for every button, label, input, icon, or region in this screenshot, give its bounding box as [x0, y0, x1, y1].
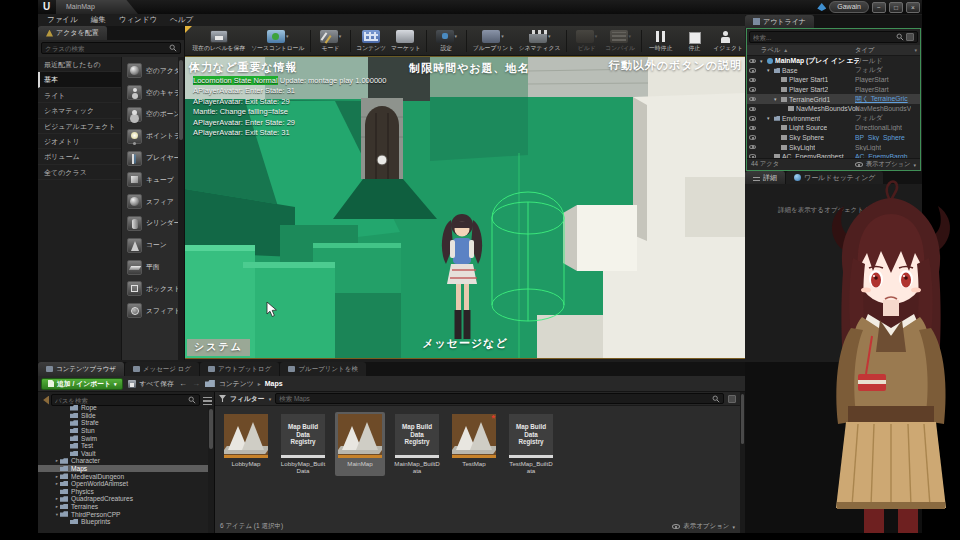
visibility-eye-icon[interactable]: [749, 107, 756, 112]
toolbar-button[interactable]: ▾ モード: [314, 29, 347, 53]
outliner-row-type[interactable]: PlayerStart: [855, 86, 889, 93]
class-search-input[interactable]: [45, 45, 167, 52]
back-button[interactable]: ←: [179, 379, 187, 389]
outliner-filter-icon[interactable]: [906, 33, 914, 41]
visibility-eye-icon[interactable]: [749, 78, 756, 83]
outliner-header[interactable]: ラベル▲ タイプ ▾: [747, 45, 920, 56]
place-actor-item[interactable]: プレイヤースタート: [122, 147, 184, 169]
dock-tab[interactable]: コンテンツブラウザ: [38, 362, 124, 376]
outliner-search-box[interactable]: [749, 31, 918, 43]
dropdown-arrow-icon[interactable]: ▾: [548, 33, 551, 39]
add-import-button[interactable]: 追加 / インポート▾: [41, 378, 123, 390]
expander-arrow-icon[interactable]: ▸: [54, 496, 60, 501]
folder-row[interactable]: Blueprints: [38, 518, 214, 526]
tab-place-actors[interactable]: アクタを配置: [38, 26, 107, 40]
actor-category[interactable]: ボリューム: [38, 149, 121, 164]
outliner-row[interactable]: Player Start1 PlayerStart: [747, 75, 920, 85]
asset-tile[interactable]: Map Build Data Registry * LobbyMap_Built…: [278, 412, 328, 476]
visibility-eye-icon[interactable]: [749, 87, 756, 92]
folder-row[interactable]: Rope: [38, 404, 214, 412]
dock-tab[interactable]: ブループリントを検: [280, 362, 366, 376]
dropdown-arrow-icon[interactable]: ▾: [339, 33, 342, 39]
toolbar-button[interactable]: 停止: [678, 29, 711, 53]
dropdown-arrow-icon[interactable]: ▾: [455, 33, 458, 39]
folder-row[interactable]: ▾ ThirdPersonCPP: [38, 510, 214, 518]
maximize-button[interactable]: □: [889, 2, 903, 13]
toolbar-button[interactable]: ▾ コンパイル: [603, 29, 638, 53]
outliner-row-type[interactable]: フォルダ: [855, 65, 883, 75]
dropdown-arrow-icon[interactable]: ▾: [595, 33, 598, 39]
outliner-row-type[interactable]: 開く TerraineGric: [855, 94, 908, 104]
place-actor-item[interactable]: スフィアトリガー: [122, 300, 184, 322]
folder-row[interactable]: Physics: [38, 488, 214, 496]
place-actor-item[interactable]: シリンダー: [122, 213, 184, 235]
toolbar-button[interactable]: ▾ 設定: [430, 29, 463, 53]
outliner-row-type[interactable]: SkyLight: [855, 144, 881, 151]
expander-arrow-icon[interactable]: ▸: [54, 481, 60, 486]
close-button[interactable]: ×: [906, 2, 920, 13]
expander-arrow-icon[interactable]: ▾: [767, 115, 772, 121]
folder-row[interactable]: Maps: [38, 465, 214, 473]
actor-category[interactable]: ジオメトリ: [38, 134, 121, 149]
folder-row[interactable]: ▸ OpenWorldAnimset: [38, 480, 214, 488]
filters-button[interactable]: フィルター: [230, 394, 265, 404]
save-search-icon[interactable]: [728, 395, 736, 403]
asset-view-options[interactable]: 表示オプション▾: [672, 522, 735, 531]
outliner-row-type[interactable]: PlayerStart: [855, 76, 889, 83]
folder-row[interactable]: ▸ TPS_Multiplayer_Pack: [38, 526, 214, 527]
folder-row[interactable]: Test: [38, 442, 214, 450]
actor-category[interactable]: シネマティック: [38, 103, 121, 118]
toolbar-button[interactable]: [466, 30, 467, 52]
toolbar-button[interactable]: ▾ ソースコントロール: [248, 29, 307, 53]
toolbar-button[interactable]: 一時停止: [645, 29, 678, 53]
column-options-icon[interactable]: ▾: [914, 47, 917, 53]
outliner-row-type[interactable]: DirectionalLight: [855, 124, 902, 131]
actor-category[interactable]: 全てのクラス: [38, 165, 121, 180]
place-actor-item[interactable]: 空のアクタ: [122, 60, 184, 82]
folder-row[interactable]: Stun: [38, 427, 214, 435]
sources-scrollbar[interactable]: [208, 406, 214, 533]
toolbar-button[interactable]: [426, 30, 427, 52]
toolbar-button[interactable]: ▾ ビルド: [570, 29, 603, 53]
folder-row[interactable]: Slide: [38, 412, 214, 420]
outliner-row-type[interactable]: NavMeshBoundsV: [855, 105, 911, 112]
save-all-button[interactable]: すべて保存: [128, 379, 173, 389]
visibility-eye-icon[interactable]: [749, 145, 756, 150]
place-actor-item[interactable]: スフィア: [122, 191, 184, 213]
toolbar-button[interactable]: [350, 30, 351, 52]
expander-arrow-icon[interactable]: ▸: [54, 474, 60, 479]
outliner-search-input[interactable]: [753, 34, 894, 41]
outliner-row[interactable]: ▾ Base フォルダ: [747, 66, 920, 76]
forward-button[interactable]: →: [192, 379, 200, 389]
breadcrumb[interactable]: コンテンツ ▸ Maps: [205, 379, 283, 389]
menu-item[interactable]: ヘルプ: [170, 15, 193, 25]
outliner-row-type[interactable]: ワールド: [855, 56, 883, 66]
toolbar-button[interactable]: [641, 30, 642, 52]
visibility-eye-icon[interactable]: [749, 126, 756, 131]
filter-dropdown-icon[interactable]: ▾: [269, 396, 272, 402]
outliner-row[interactable]: Player Start2 PlayerStart: [747, 85, 920, 95]
toolbar-button[interactable]: マーケット: [388, 29, 422, 53]
tab-outliner[interactable]: アウトライナ: [745, 15, 814, 28]
dock-tab[interactable]: アウトプットログ: [200, 362, 279, 376]
menu-item[interactable]: ファイル: [47, 15, 78, 25]
expander-arrow-icon[interactable]: ▾: [767, 67, 772, 73]
visibility-eye-icon[interactable]: [749, 68, 756, 73]
visibility-eye-icon[interactable]: [749, 97, 756, 102]
title-bar[interactable]: U MainMap Gawain − □ ×: [38, 0, 922, 14]
tab-details[interactable]: 詳細: [745, 171, 785, 184]
place-actor-item[interactable]: 平面: [122, 256, 184, 278]
folder-row[interactable]: ▸ Character: [38, 457, 214, 465]
level-document-tab[interactable]: MainMap: [56, 0, 138, 14]
dropdown-arrow-icon[interactable]: ▾: [629, 33, 632, 39]
outliner-row[interactable]: ▾ Environment フォルダ: [747, 114, 920, 124]
user-badge[interactable]: Gawain: [829, 1, 869, 13]
folder-row[interactable]: Vault: [38, 450, 214, 458]
asset-search-input[interactable]: [279, 395, 710, 402]
outliner-row-type[interactable]: フォルダ: [855, 113, 883, 123]
menu-item[interactable]: 編集: [91, 15, 106, 25]
game-viewport[interactable]: 体力など重要な情報 制限時間やお題、地名 行動以外のボタンの説明 メッセージなど…: [185, 56, 745, 359]
expander-arrow-icon[interactable]: ▾: [760, 58, 765, 64]
asset-search-box[interactable]: [275, 393, 724, 404]
asset-tile[interactable]: Map Build Data Registry * TestMap_BuiltD…: [506, 412, 556, 476]
